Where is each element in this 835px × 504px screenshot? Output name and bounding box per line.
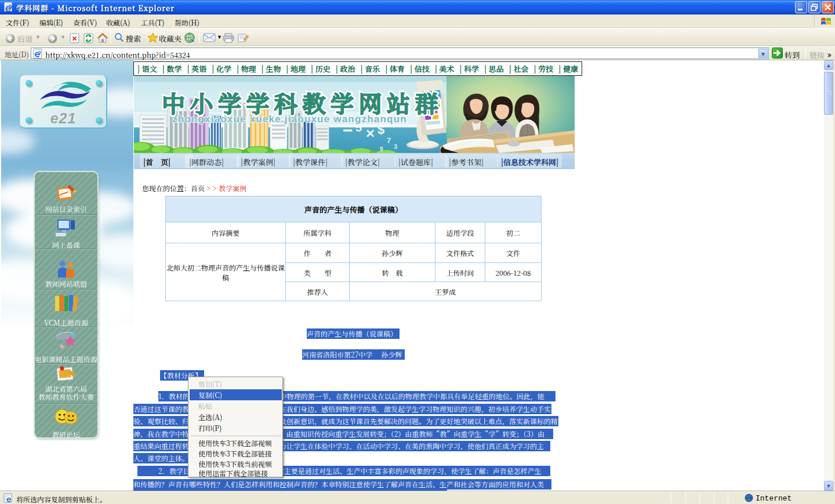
svg-text:zhongxiaoxue xueke jiaouxue wa: zhongxiaoxue xueke jiaouxue wangzhanqun [172, 114, 407, 125]
svg-text:3: 3 [394, 143, 397, 150]
svg-text:9: 9 [380, 146, 383, 152]
svg-text:7: 7 [387, 136, 391, 145]
svg-text:×: × [366, 125, 375, 142]
